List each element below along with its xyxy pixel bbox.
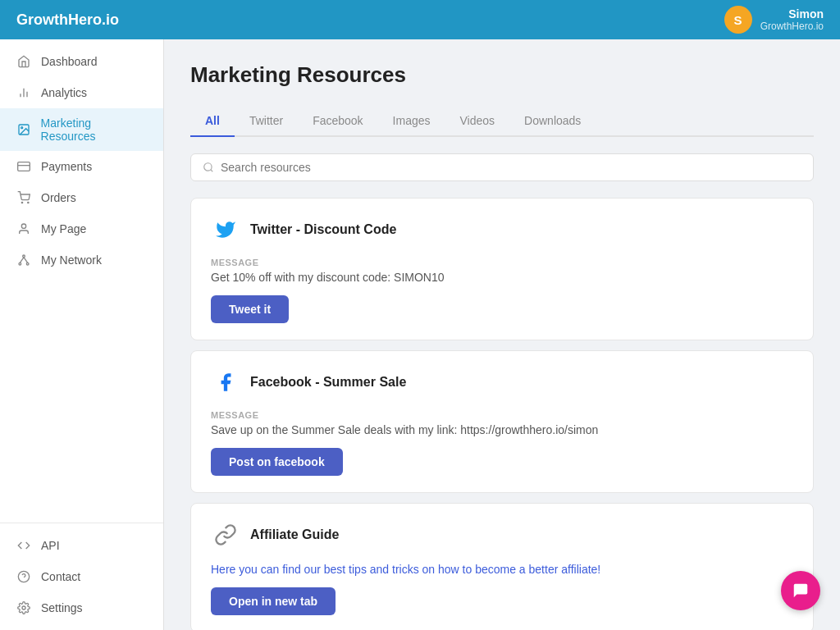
help-icon (16, 569, 31, 584)
sidebar: Dashboard Analytics Marketing Resources … (0, 39, 164, 630)
search-icon (203, 162, 214, 173)
resource-card-facebook-summer: Facebook - Summer Sale MESSAGE Save up o… (190, 350, 814, 493)
facebook-icon (211, 368, 240, 397)
tab-facebook[interactable]: Facebook (298, 106, 377, 137)
svg-point-10 (23, 255, 25, 258)
svg-point-7 (21, 202, 22, 203)
tabs-bar: All Twitter Facebook Images Videos Downl… (190, 106, 814, 137)
resource-card-twitter-discount: Twitter - Discount Code MESSAGE Get 10% … (190, 198, 814, 340)
sidebar-label-dashboard: Dashboard (41, 55, 98, 68)
tab-videos[interactable]: Videos (445, 106, 510, 137)
sidebar-item-my-network[interactable]: My Network (0, 244, 163, 276)
open-in-new-tab-button[interactable]: Open in new tab (211, 587, 336, 615)
user-info: Simon GrowthHero.io (760, 7, 824, 32)
card-header: Twitter - Discount Code (211, 215, 793, 244)
sidebar-label-api: API (41, 539, 60, 552)
tab-all[interactable]: All (190, 106, 235, 137)
page-title: Marketing Resources (190, 62, 814, 88)
sidebar-label-analytics: Analytics (41, 86, 87, 99)
gear-icon (16, 600, 31, 615)
svg-point-9 (21, 224, 25, 228)
sidebar-label-my-network: My Network (41, 253, 102, 267)
sidebar-item-contact[interactable]: Contact (0, 561, 163, 592)
header: GrowthHero.io S Simon GrowthHero.io (0, 0, 840, 39)
sidebar-bottom-section: API Contact Settings (0, 523, 163, 630)
sidebar-label-contact: Contact (41, 570, 80, 583)
sidebar-item-payments[interactable]: Payments (0, 151, 163, 182)
search-input[interactable] (221, 161, 801, 174)
person-icon (16, 221, 31, 236)
message-label-1: MESSAGE (211, 410, 793, 420)
layout: Dashboard Analytics Marketing Resources … (0, 39, 840, 630)
affiliate-text: Here you can find our best tips and tric… (211, 563, 793, 576)
avatar: S (724, 6, 752, 34)
svg-line-13 (20, 258, 24, 263)
post-on-facebook-button[interactable]: Post on facebook (211, 448, 343, 476)
card-title-twitter-discount: Twitter - Discount Code (250, 222, 396, 237)
chat-bubble-button[interactable] (781, 571, 820, 610)
search-bar (190, 153, 814, 181)
message-label-0: MESSAGE (211, 258, 793, 267)
card-header-affiliate: Affiliate Guide (211, 520, 793, 550)
svg-point-17 (22, 606, 25, 609)
user-org: GrowthHero.io (760, 21, 824, 32)
card-title-facebook-summer: Facebook - Summer Sale (250, 375, 406, 390)
message-text-1: Save up on the Summer Sale deals with my… (211, 423, 793, 436)
tweet-it-button[interactable]: Tweet it (211, 295, 289, 323)
image-icon (16, 122, 31, 137)
card-header-facebook: Facebook - Summer Sale (211, 368, 793, 397)
tab-downloads[interactable]: Downloads (509, 106, 596, 137)
network-icon (16, 253, 31, 267)
sidebar-label-settings: Settings (41, 601, 83, 614)
svg-rect-5 (18, 162, 30, 171)
sidebar-label-orders: Orders (41, 191, 76, 204)
svg-point-12 (26, 262, 29, 265)
logo: GrowthHero.io (16, 11, 119, 29)
card-title-affiliate-guide: Affiliate Guide (250, 527, 339, 542)
sidebar-item-my-page[interactable]: My Page (0, 213, 163, 244)
svg-point-4 (21, 127, 22, 129)
sidebar-main-section: Dashboard Analytics Marketing Resources … (0, 46, 163, 523)
sidebar-label-payments: Payments (41, 160, 92, 173)
tab-images[interactable]: Images (378, 106, 445, 137)
code-icon (16, 538, 31, 553)
svg-point-11 (19, 262, 21, 265)
link-icon (211, 520, 240, 550)
svg-line-19 (211, 170, 213, 172)
sidebar-item-marketing-resources[interactable]: Marketing Resources (0, 108, 163, 151)
svg-line-14 (24, 258, 28, 263)
sidebar-item-dashboard[interactable]: Dashboard (0, 46, 163, 77)
svg-point-18 (204, 163, 212, 171)
resource-card-affiliate-guide: Affiliate Guide Here you can find our be… (190, 503, 814, 630)
sidebar-item-analytics[interactable]: Analytics (0, 77, 163, 108)
svg-point-8 (28, 202, 29, 203)
credit-card-icon (16, 159, 31, 174)
sidebar-label-my-page: My Page (41, 222, 86, 235)
sidebar-item-orders[interactable]: Orders (0, 182, 163, 213)
twitter-icon (211, 215, 240, 244)
message-text-0: Get 10% off with my discount code: SIMON… (211, 271, 793, 284)
tab-twitter[interactable]: Twitter (235, 106, 298, 137)
home-icon (16, 54, 31, 69)
sidebar-item-settings[interactable]: Settings (0, 592, 163, 623)
sidebar-label-marketing-resources: Marketing Resources (41, 116, 147, 143)
cart-icon (16, 190, 31, 205)
user-name: Simon (788, 7, 824, 21)
bar-chart-icon (16, 85, 31, 100)
sidebar-item-api[interactable]: API (0, 530, 163, 561)
main-content: Marketing Resources All Twitter Facebook… (164, 39, 840, 630)
user-menu[interactable]: S Simon GrowthHero.io (724, 6, 824, 34)
